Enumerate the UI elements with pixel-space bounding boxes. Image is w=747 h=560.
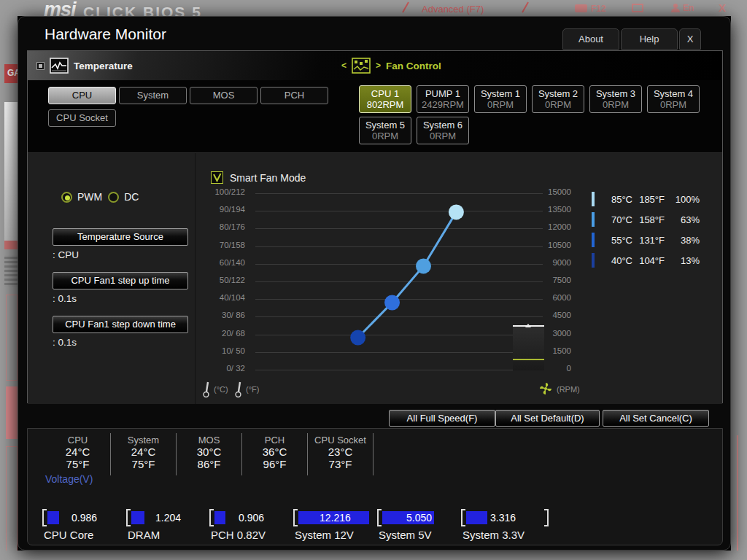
temp-readout-fahrenheit: 75°F [45,458,110,470]
fan-control-section-label: Fan Control [386,61,441,71]
fan-name: CPU 1 [371,88,399,99]
temp-tab-cpu-socket[interactable]: CPU Socket [48,109,116,127]
fan-curve-plot[interactable] [255,193,543,370]
temp-readout-celsius: 24°C [111,446,176,458]
fan-button-cpu-1[interactable]: CPU 1802RPM [359,85,411,113]
pwm-radio[interactable] [61,192,72,203]
temp-axis-tick: 50/122 [201,276,245,284]
fan-mode-radio-group: PWM DC [61,191,144,203]
legend-row: 55°C131°F38% [592,230,700,250]
bios-top-bar: msi CLICK BIOS 5 Advanced (F7) F12 En X [0,0,747,16]
fan-button-system-5[interactable]: System 50RPM [359,117,411,144]
fan-speed-slider[interactable] [513,325,544,370]
pwm-label: PWM [77,191,102,203]
temp-axis-tick: 20/ 68 [201,329,245,338]
all-set-default-button[interactable]: All Set Default(D) [495,410,600,427]
fan-button-system-2[interactable]: System 20RPM [532,85,584,113]
dialog-title: Hardware Monitor [44,26,166,43]
fan-curve-line [358,212,457,338]
chevron-left-icon[interactable]: < [341,61,347,71]
fan-curve-chart: Smart Fan Mode 100/2121500090/1941350080… [195,153,722,404]
close-button[interactable]: X [679,28,701,50]
legend-temp-c: 40°C [600,255,632,266]
field-value-temperature-source: : CPU [53,249,79,260]
help-button[interactable]: Help [621,28,678,50]
temperature-tabs: CPUSystemMOSPCHCPU Socket [48,87,328,127]
fan-settings-area: PWM DC Temperature Source: CPUCPU Fan1 s… [28,152,722,404]
fan-name: PUMP 1 [425,88,460,99]
about-button[interactable]: About [562,28,619,50]
temp-readout-celsius: 36°C [242,446,307,458]
voltage-section-title: Voltage(V) [45,473,93,485]
dc-radio[interactable] [108,192,119,203]
temp-readout-fahrenheit: 86°F [177,458,241,470]
fan-name: System 4 [654,88,693,99]
user-icon [671,4,680,12]
voltage-gauges: 0.986CPU Core1.204DRAM0.906PCH 0.82V12.2… [42,509,721,545]
fan-button-system-6[interactable]: System 60RPM [417,117,469,144]
voltage-gauge-system-5v: 5.050System 5V [377,509,461,545]
temp-tab-cpu[interactable]: CPU [48,87,116,104]
fan-name: System 2 [538,88,578,99]
sidebar-decor [6,446,18,551]
fan-button-system-3[interactable]: System 30RPM [589,85,642,113]
fan-rpm-value: 0RPM [660,99,686,110]
fan-rpm-value: 0RPM [430,131,456,141]
legend-temp-f: 131°F [632,235,665,246]
all-full-speed-button[interactable]: All Full Speed(F) [389,410,495,427]
temperature-checkbox-icon[interactable] [36,62,44,70]
field-button-cpu-fan1-step-up-time[interactable]: CPU Fan1 step up time [53,272,188,289]
temp-readout-fahrenheit: 73°F [308,458,373,470]
temp-readout-label: PCH [242,435,307,446]
fan-rpm-value: 0RPM [372,131,398,141]
check-icon [212,172,222,183]
current-rpm-mark [513,359,544,360]
temp-readout-mos: MOS30°C86°F [177,433,242,475]
fan-button-pump-1[interactable]: PUMP 12429RPM [417,85,469,113]
temp-readout-fahrenheit: 75°F [111,458,176,470]
fan-settings-left-panel: PWM DC Temperature Source: CPUCPU Fan1 s… [28,153,195,404]
temp-tab-system[interactable]: System [119,87,187,104]
smart-fan-mode-checkbox[interactable] [211,171,223,184]
celsius-unit-label: (°C) [214,385,228,394]
legend-color-bar [592,233,595,247]
sidebar-decor [737,435,738,551]
fan-rpm-value: 0RPM [487,99,514,110]
voltage-gauge-system-3-3v: 3.316System 3.3V [461,509,545,545]
legend-temp-c: 70°C [600,214,632,225]
fahrenheit-unit-label: (°F) [246,385,259,394]
rpm-unit-label: (RPM) [557,385,580,394]
fan-button-system-1[interactable]: System 10RPM [474,85,527,113]
temperature-section-header: Temperature [36,51,133,80]
fan-curve-point-70c[interactable] [416,258,431,273]
temp-readout-cpu: CPU24°C75°F [45,433,111,475]
field-button-cpu-fan1-step-down-time[interactable]: CPU Fan1 step down time [53,316,188,333]
gauge-bracket [544,509,549,526]
decor-slash [402,2,409,13]
decor-slash [522,2,529,13]
fan-rpm-value: 0RPM [603,99,629,110]
temperature-section-label: Temperature [74,61,133,71]
fan-curve-point-40c[interactable] [350,330,365,345]
field-button-temperature-source[interactable]: Temperature Source [53,228,188,246]
temp-readout-cpu-socket: CPU Socket23°C73°F [308,433,374,475]
legend-temp-f: 104°F [632,255,665,266]
fan-curve-point-85c[interactable] [449,204,464,219]
temp-readout-celsius: 30°C [177,446,241,458]
chevron-right-icon[interactable]: > [376,61,381,71]
fan-curve-point-55c[interactable] [384,295,400,311]
bios-brand-text: CLICK BIOS 5 [83,4,202,16]
temp-tab-pch[interactable]: PCH [260,87,328,104]
sidebar-panel-fragment [4,102,18,241]
screenshot-icon [575,4,587,12]
fan-button-system-4[interactable]: System 40RPM [647,85,700,113]
voltage-gauge-dram: 1.204DRAM [126,509,210,545]
temperature-chart-icon [50,58,69,74]
voltage-label: System 12V [295,529,354,541]
voltage-value: 3.316 [461,512,545,524]
temp-tab-mos[interactable]: MOS [190,87,258,104]
legend-temp-f: 158°F [632,214,665,225]
voltage-value: 0.986 [42,512,126,524]
fan-name: System 6 [423,120,462,131]
all-set-cancel-button[interactable]: All Set Cancel(C) [603,410,709,427]
